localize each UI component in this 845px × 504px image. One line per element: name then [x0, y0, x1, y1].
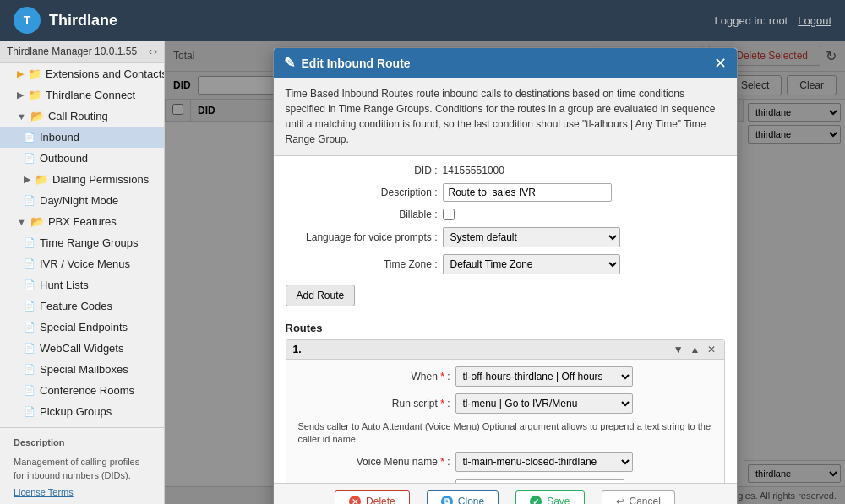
- sidebar-item-thirdlane-connect[interactable]: ▶ 📁 Thirdlane Connect: [0, 84, 164, 106]
- folder-icon: 📁: [35, 173, 48, 186]
- route-1-when-row: When * : tl-off-hours-thirdlane | Off ho…: [298, 366, 712, 387]
- sidebar-item-feature-codes[interactable]: 📄 Feature Codes: [0, 295, 164, 317]
- route-1-body: When * : tl-off-hours-thirdlane | Off ho…: [286, 360, 724, 483]
- sidebar-item-webcall-widgets[interactable]: 📄 WebCall Widgets: [0, 338, 164, 359]
- sidebar-item-special-endpoints[interactable]: 📄 Special Endpoints: [0, 317, 164, 338]
- sidebar-item-special-mailboxes[interactable]: 📄 Special Mailboxes: [0, 359, 164, 380]
- folder-expand-icon: ▼: [17, 217, 26, 227]
- logo-letter: T: [24, 14, 31, 27]
- route-1-delete-button[interactable]: ✕: [706, 344, 717, 355]
- folder-icon-open: 📂: [30, 215, 44, 228]
- sidebar-item-hunt-lists[interactable]: 📄 Hunt Lists: [0, 274, 164, 295]
- main-layout: Thirdlane Manager 10.0.1.55 ‹ › ▶ 📁 Exte…: [0, 41, 845, 504]
- clone-button[interactable]: ⧉ Clone: [427, 490, 499, 504]
- page-icon: 📄: [24, 195, 35, 206]
- form-row-description: Description :: [286, 183, 725, 202]
- timezone-select[interactable]: Default Time Zone: [443, 254, 620, 274]
- sidebar-item-extensions[interactable]: ▶ 📁 Extensions and Contacts: [0, 63, 164, 84]
- route-1-controls: ▼ ▲ ✕: [672, 344, 717, 355]
- save-btn-icon: ✓: [530, 496, 542, 504]
- license-terms-link[interactable]: License Terms: [7, 485, 157, 499]
- save-button[interactable]: ✓ Save: [515, 490, 584, 504]
- page-icon: 📄: [24, 322, 35, 333]
- did-field-value: 14155551000: [443, 165, 504, 176]
- modal-body: Time Based Inbound Routes route inbound …: [274, 78, 737, 483]
- sidebar-nav: ▶ 📁 Extensions and Contacts ▶ 📁 Thirdlan…: [0, 63, 164, 427]
- sidebar-item-label: Extensions and Contacts: [46, 68, 164, 80]
- sidebar-item-label: WebCall Widgets: [40, 342, 123, 355]
- delete-btn-icon: ✕: [349, 496, 361, 504]
- sidebar-description-label: Description: [7, 433, 157, 453]
- route-1-header: 1. ▼ ▲ ✕: [286, 340, 724, 360]
- sidebar-expand-right[interactable]: ›: [154, 46, 157, 57]
- page-icon: 📄: [24, 301, 35, 312]
- sidebar-nav-arrows: ‹ ›: [149, 46, 157, 57]
- sidebar-item-label: Hunt Lists: [40, 279, 89, 291]
- form-row-language: Language for voice prompts : System defa…: [286, 227, 725, 247]
- description-input[interactable]: [443, 183, 612, 202]
- folder-icon: 📁: [28, 89, 41, 101]
- sidebar-item-pbx-features[interactable]: ▼ 📂 PBX Features: [0, 211, 164, 232]
- modal-close-button[interactable]: ✕: [714, 56, 727, 71]
- sidebar-item-dialing-permissions[interactable]: ▶ 📁 Dialing Permissions: [0, 169, 164, 190]
- sidebar-item-label: Dialing Permissions: [52, 173, 149, 186]
- sidebar-item-label: Outbound: [40, 152, 88, 165]
- cancel-button[interactable]: ↩ Cancel: [602, 490, 675, 504]
- timezone-field-label: Time Zone :: [286, 258, 438, 270]
- route-1-runscript-select[interactable]: tl-menu | Go to IVR/Menu: [455, 393, 633, 414]
- page-icon: 📄: [24, 343, 35, 354]
- topbar: T Thirdlane Logged in: root Logout: [0, 0, 845, 41]
- content-area: Total Collapse Selected ✕ Delete Selecte…: [165, 41, 845, 504]
- route-1-when-select[interactable]: tl-off-hours-thirdlane | Off hours: [455, 366, 633, 387]
- route-1-voicemenu-select[interactable]: tl-main-menu-closed-thirdlane: [455, 452, 633, 472]
- sidebar-item-label: Special Mailboxes: [40, 363, 128, 376]
- did-field-label: DID :: [286, 165, 438, 176]
- sidebar-item-pickup-groups[interactable]: 📄 Pickup Groups: [0, 401, 164, 422]
- sidebar-item-label: PBX Features: [48, 215, 117, 228]
- form-row-did: DID : 14155551000: [286, 165, 725, 176]
- sidebar: Thirdlane Manager 10.0.1.55 ‹ › ▶ 📁 Exte…: [0, 41, 165, 504]
- page-icon: 📄: [24, 237, 35, 248]
- route-1-voicemenu-row: Voice Menu name * : tl-main-menu-closed-…: [298, 452, 712, 472]
- billable-field-label: Billable :: [286, 209, 438, 220]
- cancel-btn-icon: ↩: [616, 496, 624, 504]
- folder-expand-icon: ▶: [17, 68, 24, 79]
- sidebar-item-time-range-groups[interactable]: 📄 Time Range Groups: [0, 232, 164, 253]
- page-icon: 📄: [24, 258, 35, 269]
- sidebar-item-day-night[interactable]: 📄 Day/Night Mode: [0, 190, 164, 211]
- page-icon: 📄: [24, 406, 35, 417]
- modal-form: DID : 14155551000 Description : Billable…: [274, 156, 737, 322]
- route-1-runscript-row: Run script * : tl-menu | Go to IVR/Menu: [298, 393, 712, 414]
- route-1-runscript-label: Run script * :: [298, 398, 450, 409]
- delete-button[interactable]: ✕ Delete: [335, 490, 410, 504]
- sidebar-item-inbound[interactable]: 📄 Inbound: [0, 127, 164, 148]
- page-icon: 📄: [24, 132, 35, 143]
- logout-link[interactable]: Logout: [798, 14, 831, 27]
- sidebar-item-ivr-voice-menus[interactable]: 📄 IVR / Voice Menus: [0, 253, 164, 274]
- routes-label: Routes: [274, 322, 737, 334]
- modal-header: ✎ Edit Inbound Route ✕: [274, 48, 737, 78]
- clone-btn-icon: ⧉: [441, 496, 453, 504]
- sidebar-item-outbound[interactable]: 📄 Outbound: [0, 148, 164, 169]
- sidebar-item-conference-rooms[interactable]: 📄 Conference Rooms: [0, 380, 164, 401]
- folder-expand-icon: ▶: [24, 174, 30, 185]
- route-1-down-button[interactable]: ▼: [672, 344, 685, 355]
- sidebar-collapse-left[interactable]: ‹: [149, 46, 152, 57]
- page-icon: 📄: [24, 279, 35, 290]
- page-icon: 📄: [24, 385, 35, 396]
- sidebar-item-label: Call Routing: [48, 110, 108, 122]
- sidebar-bottom: Description Management of calling profil…: [0, 427, 164, 504]
- topbar-right: Logged in: root Logout: [715, 14, 832, 27]
- logged-in-label: Logged in: root: [715, 14, 788, 27]
- route-1-note: Sends caller to Auto Attendant (Voice Me…: [298, 420, 712, 447]
- language-select[interactable]: System default: [443, 227, 620, 247]
- sidebar-item-label: Time Range Groups: [40, 236, 139, 249]
- add-route-button[interactable]: Add Route: [286, 285, 356, 306]
- language-field-label: Language for voice prompts :: [286, 231, 438, 243]
- modal-title-container: ✎ Edit Inbound Route: [284, 55, 411, 71]
- modal-footer: ✕ Delete ⧉ Clone ✓ Save ↩ Cancel: [274, 483, 737, 504]
- billable-checkbox[interactable]: [443, 209, 455, 220]
- route-1-up-button[interactable]: ▲: [689, 344, 702, 355]
- route-1-number: 1.: [293, 344, 302, 355]
- sidebar-item-call-routing[interactable]: ▼ 📂 Call Routing: [0, 106, 164, 127]
